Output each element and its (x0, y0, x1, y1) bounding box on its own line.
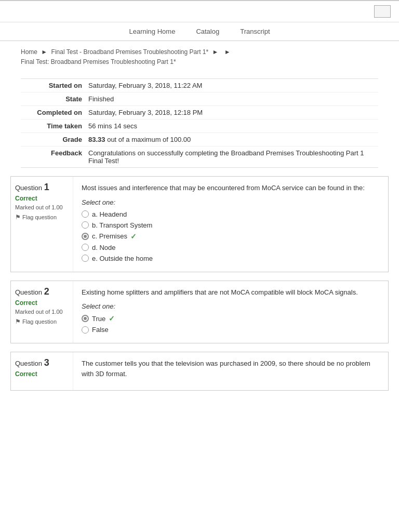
question-status-2: Correct (15, 299, 69, 307)
summary-label-feedback: Feedback (21, 149, 88, 165)
question-block-3: Question 3 Correct The customer tells yo… (10, 352, 389, 391)
summary-value-grade: 83.33 out of a maximum of 100.00 (88, 136, 191, 143)
summary-row-started: Started on Saturday, February 3, 2018, 1… (21, 79, 378, 92)
question-flag-1[interactable]: ⚑ Flag question (15, 214, 69, 221)
breadcrumb-arrow-3: ► (224, 48, 231, 56)
summary-row-state: State Finished (21, 92, 378, 106)
breadcrumb-arrow-1: ► (41, 48, 47, 56)
check-icon-2a: ✓ (109, 314, 115, 323)
option-label-2b: False (92, 326, 109, 334)
summary-label-started: Started on (21, 82, 88, 89)
question-flag-2[interactable]: ⚑ Flag question (15, 318, 69, 325)
page-title: Final Test: Broadband Premises Troublesh… (21, 58, 176, 65)
question-marked-1: Marked out of 1.00 (15, 204, 69, 210)
option-2a: True ✓ (82, 314, 380, 323)
nav-bar: Learning Home Catalog Transcript (0, 22, 399, 41)
radio-1a (82, 210, 89, 218)
flag-icon-1: ⚑ (15, 214, 21, 221)
summary-table: Started on Saturday, February 3, 2018, 1… (21, 78, 378, 168)
breadcrumb-home[interactable]: Home (21, 48, 37, 56)
nav-learning-home[interactable]: Learning Home (129, 28, 175, 35)
option-2b: False (82, 326, 380, 334)
question-marked-2: Marked out of 1.00 (15, 309, 69, 315)
radio-2a (82, 315, 89, 322)
flag-icon-2: ⚑ (15, 318, 21, 325)
question-status-1: Correct (15, 195, 69, 202)
radio-1c (82, 233, 89, 240)
summary-label-completed: Completed on (21, 109, 88, 116)
breadcrumb-item1[interactable]: Final Test - Broadband Premises Troubles… (51, 48, 209, 56)
summary-row-feedback: Feedback Congratulations on successfully… (21, 147, 378, 167)
summary-label-time: Time taken (21, 122, 88, 130)
option-1e: e. Outside the home (82, 255, 380, 262)
question-meta-3: Question 3 Correct (11, 352, 73, 390)
option-1d: d. Node (82, 244, 380, 251)
option-1b: b. Transport System (82, 221, 380, 229)
option-label-1b: b. Transport System (92, 221, 152, 229)
question-content-2: Existing home splitters and amplifiers t… (73, 281, 388, 343)
option-label-2a: True (92, 315, 105, 323)
question-text-2: Existing home splitters and amplifiers t… (82, 287, 380, 298)
nav-catalog[interactable]: Catalog (196, 28, 219, 35)
summary-value-feedback: Congratulations on successfully completi… (88, 149, 378, 165)
breadcrumb-arrow-2: ► (212, 48, 219, 56)
question-content-1: Most issues and interference that may be… (73, 177, 388, 272)
select-one-label-1: Select one: (82, 198, 380, 206)
summary-row-time: Time taken 56 mins 14 secs (21, 119, 378, 133)
radio-1e (82, 255, 89, 262)
option-label-1e: e. Outside the home (92, 255, 153, 262)
summary-value-state: Finished (88, 95, 114, 103)
flag-label-1: Flag question (22, 214, 57, 220)
option-label-1d: d. Node (92, 244, 116, 251)
question-block-1: Question 1 Correct Marked out of 1.00 ⚑ … (10, 176, 389, 272)
top-bar-button[interactable] (374, 5, 391, 18)
flag-label-2: Flag question (22, 318, 57, 325)
grade-bold: 83.33 (88, 136, 105, 143)
radio-2b (82, 326, 89, 334)
radio-1d (82, 244, 89, 251)
question-number-2: Question 2 (15, 286, 69, 297)
top-bar (0, 0, 399, 22)
option-1a: a. Headend (82, 210, 380, 218)
option-1c: c. Premises ✓ (82, 232, 380, 241)
summary-row-grade: Grade 83.33 out of a maximum of 100.00 (21, 133, 378, 147)
question-status-3: Correct (15, 370, 69, 378)
summary-label-grade: Grade (21, 136, 88, 143)
option-label-1c: c. Premises (92, 232, 127, 240)
question-content-3: The customer tells you that the televisi… (73, 352, 388, 390)
summary-row-completed: Completed on Saturday, February 3, 2018,… (21, 106, 378, 119)
question-text-1: Most issues and interference that may be… (82, 183, 380, 193)
question-block-2: Question 2 Correct Marked out of 1.00 ⚑ … (10, 281, 389, 344)
question-text-3: The customer tells you that the televisi… (82, 358, 380, 379)
option-label-1a: a. Headend (92, 210, 127, 218)
summary-value-time: 56 mins 14 secs (88, 122, 137, 130)
summary-label-state: State (21, 95, 88, 103)
question-meta-1: Question 1 Correct Marked out of 1.00 ⚑ … (11, 177, 73, 272)
summary-value-started: Saturday, February 3, 2018, 11:22 AM (88, 82, 202, 89)
select-one-label-2: Select one: (82, 302, 380, 310)
nav-transcript[interactable]: Transcript (240, 28, 270, 35)
radio-1b (82, 221, 89, 229)
question-number-1: Question 1 (15, 182, 69, 193)
check-icon-1c: ✓ (130, 232, 137, 241)
breadcrumb: Home ► Final Test - Broadband Premises T… (0, 41, 399, 70)
questions-section: Question 1 Correct Marked out of 1.00 ⚑ … (10, 176, 389, 391)
question-number-3: Question 3 (15, 357, 69, 368)
question-meta-2: Question 2 Correct Marked out of 1.00 ⚑ … (11, 281, 73, 343)
summary-value-completed: Saturday, February 3, 2018, 12:18 PM (88, 109, 203, 116)
